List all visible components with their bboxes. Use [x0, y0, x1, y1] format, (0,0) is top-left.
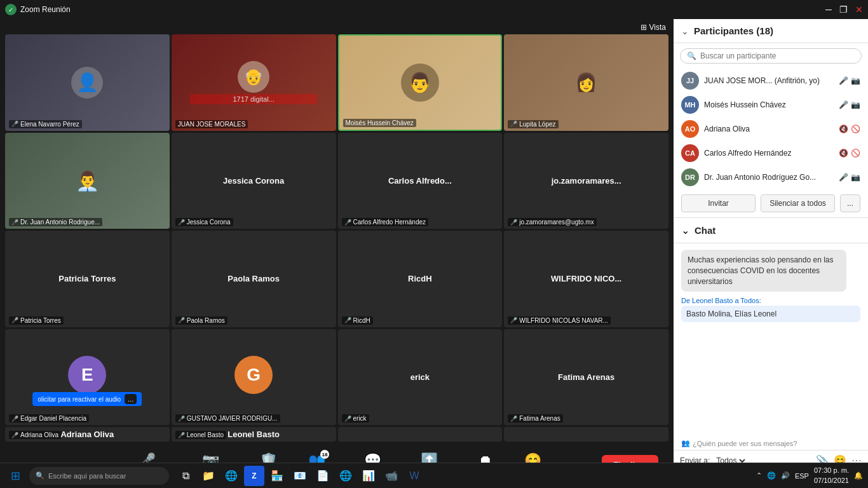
mic-icon-dr-juan: 🎤 [839, 173, 848, 182]
video-cell-patricia: Patricia Torres 🎤 Patricia Torres [5, 231, 170, 327]
taskbar-app-chrome[interactable]: 🌐 [221, 466, 241, 486]
vid-icon-juan: 📷 [851, 76, 860, 85]
taskbar-app-word[interactable]: W [404, 466, 424, 486]
mute-icon-gustavo: 🎤 [178, 416, 185, 422]
picons-carlos: 🔇 🚫 [839, 149, 860, 158]
name-jo: jo.zamoramares@ugto.mx [519, 219, 593, 226]
mic-muted-carlos: 🔇 [839, 149, 848, 158]
more-options-button[interactable]: ... [840, 194, 860, 212]
display-ricdh: RicdH [405, 271, 435, 286]
chat-panel-title: Chat [695, 225, 715, 236]
name-juan-antonio: Dr. Juan Antonio Rodrigue... [20, 219, 100, 226]
taskbar-lang: ESP [795, 472, 809, 480]
taskbar-search-label: Escribe aquí para buscar [48, 472, 126, 480]
mute-icon-lupita: 🎤 [510, 121, 517, 127]
display-patricia: Patricia Torres [56, 271, 118, 286]
taskbar-app-zoom2[interactable]: 📹 [381, 466, 402, 486]
video-cell-edgar: E olicitar para reactivar el audio ... 🎤… [5, 329, 170, 426]
taskbar-expand-icon[interactable]: ⌃ [756, 471, 762, 480]
mute-icon-patricia: 🎤 [11, 317, 18, 323]
reactivar-label: olicitar para reactivar el audio [37, 396, 121, 403]
participant-row-dr-juan[interactable]: DR Dr. Juan Antonio Rodríguez Go... 🎤 📷 [674, 165, 868, 189]
visibility-icon: 👥 [681, 439, 690, 447]
vid-muted-carlos: 🚫 [851, 149, 860, 158]
collapse-participants-icon[interactable]: ⌄ [681, 26, 689, 36]
windows-logo-icon: ⊞ [11, 469, 20, 483]
pname-dr-juan: Dr. Juan Antonio Rodríguez Go... [704, 173, 834, 182]
avatar-carlos-panel: CA [681, 144, 699, 162]
participants-header: ⌄ Participantes (18) [674, 19, 868, 43]
invite-button[interactable]: Invitar [681, 194, 756, 212]
participant-row-moises[interactable]: MH Moisés Hussein Chávez 🎤 📷 [674, 93, 868, 117]
taskbar-app-store[interactable]: 🏪 [267, 466, 287, 486]
chat-header: ⌄ Chat [674, 218, 868, 243]
pname-juan-jose: JUAN JOSE MOR... (Anfitrión, yo) [704, 76, 834, 85]
start-button[interactable]: ⊞ [5, 466, 25, 486]
name-moises: Moisés Hussein Chávez [346, 119, 414, 126]
search-participant-input[interactable] [700, 51, 855, 60]
reactivar-dots[interactable]: ... [125, 394, 137, 404]
taskbar: ⊞ 🔍 Escribe aquí para buscar ⧉ 📁 🌐 Z 🏪 📧… [0, 463, 868, 488]
app-title: Zoom Reunión [20, 5, 71, 14]
display-fatima: Fatima Arenas [555, 370, 617, 384]
chat-bubble-1: Muchas experiencias solo pensando en las… [681, 250, 846, 292]
name-gustavo: GUSTAVO JAVIER RODRIGU... [187, 415, 278, 422]
taskbar-app-ppt[interactable]: 📊 [358, 466, 379, 486]
picons-juan-jose: 🎤 📷 [839, 76, 860, 85]
mic-muted-adriana: 🔇 [839, 125, 848, 133]
participant-row-juan-jose[interactable]: JJ JUAN JOSE MOR... (Anfitrión, yo) 🎤 📷 [674, 69, 868, 93]
video-cell-jo: jo.zamoramares... 🎤 jo.zamoramares@ugto.… [504, 133, 668, 229]
taskbar-notifications-icon[interactable]: 🔔 [854, 471, 863, 480]
chat-section: ⌄ Chat Muchas experiencias solo pensando… [674, 218, 868, 488]
participants-section: ⌄ Participantes (18) 🔍 JJ JUAN JOSE MOR.… [674, 19, 868, 218]
mute-icon-leonel: 🎤 [178, 432, 185, 438]
mute-icon-carlos: 🎤 [344, 219, 351, 226]
video-cell-fatima: Fatima Arenas 🎤 Fatima Arenas [504, 329, 668, 426]
taskbar-app-multiview[interactable]: ⧉ [175, 466, 196, 486]
picons-adriana: 🔇 🚫 [839, 125, 860, 133]
video-cell-empty2 [504, 427, 668, 442]
display-leonel: Leonel Basto [225, 427, 282, 442]
name-leonel: Leonel Basto [187, 431, 224, 438]
minimize-btn[interactable]: ─ [825, 4, 832, 15]
taskbar-search-bar[interactable]: 🔍 Escribe aquí para buscar [29, 467, 169, 485]
video-cell-juan: 👴 1717 digital... JUAN JOSE MORALES [172, 34, 336, 131]
chat-messages: Muchas experiencias solo pensando en las… [674, 243, 868, 437]
taskbar-app-explorer[interactable]: 📁 [198, 466, 219, 486]
display-carlos: Carlos Alfredo... [386, 173, 454, 188]
mic-icon-moises: 🎤 [839, 100, 848, 109]
taskbar-app-edge[interactable]: 🌐 [336, 466, 356, 486]
name-patricia: Patricia Torres [20, 317, 61, 324]
search-participant-bar[interactable]: 🔍 [680, 48, 862, 64]
avatar-gustavo: G [234, 356, 273, 394]
taskbar-app-mail[interactable]: 📧 [290, 466, 310, 486]
chat-text-leonel: Basto Molina, Elías Leonel [681, 306, 860, 322]
name-elena: Elena Navarro Pérez [20, 121, 79, 128]
taskbar-app-pdf[interactable]: 📄 [313, 466, 333, 486]
mute-icon-wilfrido: 🎤 [510, 317, 517, 323]
name-erick: erick [353, 415, 367, 422]
maximize-btn[interactable]: ❐ [839, 4, 848, 15]
taskbar-volume-icon[interactable]: 🔊 [781, 471, 790, 480]
mute-icon-jessica: 🎤 [178, 219, 185, 226]
name-carlos: Carlos Alfredo Hernández [353, 219, 426, 226]
video-cell-elena: 👤 🎤 Elena Navarro Pérez [5, 34, 170, 131]
video-cell-jessica: Jessica Corona 🎤 Jessica Corona [172, 133, 336, 229]
mute-icon-erick: 🎤 [344, 416, 351, 422]
taskbar-app-zoom[interactable]: Z [244, 466, 264, 486]
video-cell-leonel: Leonel Basto 🎤 Leonel Basto [172, 427, 336, 442]
display-paola: Paola Ramos [225, 271, 282, 286]
participant-row-adriana[interactable]: AO Adriana Oliva 🔇 🚫 [674, 117, 868, 141]
mute-icon-edgar: 🎤 [11, 416, 18, 422]
participant-row-carlos-panel[interactable]: CA Carlos Alfredo Hernández 🔇 🚫 [674, 141, 868, 165]
participant-actions: Invitar Silenciar a todos ... [674, 189, 868, 218]
vista-button[interactable]: ⊞ Vista [641, 23, 666, 32]
mute-icon-paola: 🎤 [178, 317, 185, 323]
close-btn[interactable]: ✕ [855, 4, 863, 15]
title-bar: ✓ Zoom Reunión ─ ❐ ✕ [0, 0, 868, 19]
video-cell-lupita: 👩 🎤 Lupita López [504, 34, 668, 131]
collapse-chat-icon[interactable]: ⌄ [681, 224, 689, 236]
taskbar-network-icon: 🌐 [767, 471, 776, 480]
visibility-text: ¿Quién puede ver sus mensajes? [693, 440, 797, 447]
mute-all-button[interactable]: Silenciar a todos [761, 194, 835, 212]
